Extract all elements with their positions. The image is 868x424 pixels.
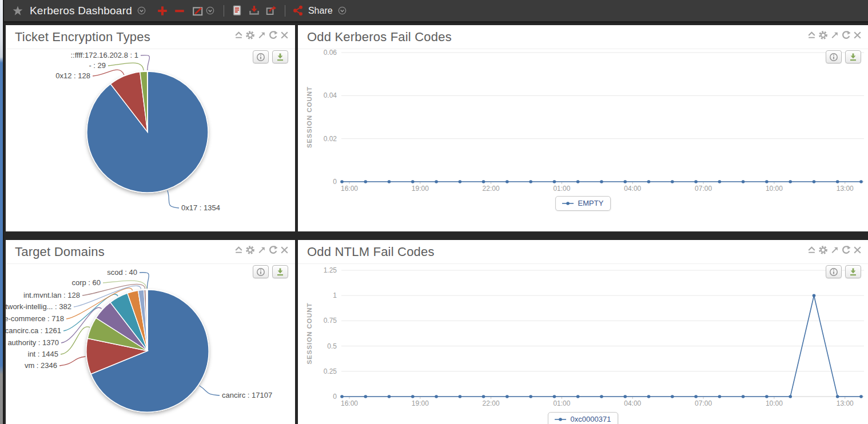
data-point[interactable] bbox=[576, 180, 580, 183]
dashboard-title[interactable]: Kerberos Dashboard bbox=[30, 5, 132, 17]
data-point[interactable] bbox=[836, 180, 839, 183]
data-point[interactable] bbox=[364, 180, 368, 183]
data-point[interactable] bbox=[624, 180, 627, 183]
data-point[interactable] bbox=[505, 395, 509, 398]
share-button[interactable]: Share bbox=[292, 5, 349, 17]
data-point[interactable] bbox=[576, 395, 580, 398]
download-button[interactable] bbox=[845, 50, 861, 63]
dashlet-header[interactable]: Ticket Encryption Types bbox=[6, 25, 295, 49]
data-point[interactable] bbox=[742, 180, 745, 183]
info-button[interactable] bbox=[826, 265, 842, 278]
ntlm-fail-line-chart[interactable]: 00.250.50.7511.25SESSION COUNT16:0019:00… bbox=[298, 240, 868, 424]
data-point[interactable] bbox=[435, 395, 438, 398]
expand-icon[interactable] bbox=[257, 30, 266, 40]
data-point[interactable] bbox=[459, 180, 462, 183]
data-point[interactable] bbox=[671, 395, 674, 398]
data-point[interactable] bbox=[718, 180, 722, 183]
data-point[interactable] bbox=[836, 395, 839, 398]
data-point[interactable] bbox=[694, 395, 698, 398]
data-point[interactable] bbox=[718, 395, 722, 398]
collapse-icon[interactable] bbox=[234, 245, 244, 255]
y-axis-title: SESSION COUNT bbox=[306, 86, 313, 148]
data-point[interactable] bbox=[340, 395, 344, 398]
pie-slice-label: 0x17 : 1354 bbox=[181, 203, 220, 212]
data-point[interactable] bbox=[765, 180, 769, 183]
share-menu-chevron-icon[interactable] bbox=[336, 5, 349, 17]
close-icon[interactable] bbox=[280, 245, 289, 255]
data-point[interactable] bbox=[765, 395, 769, 398]
window-edge-scrollbar[interactable] bbox=[0, 0, 4, 424]
data-point[interactable] bbox=[671, 180, 674, 183]
refresh-icon[interactable] bbox=[268, 245, 278, 255]
dashboard-menu-chevron-icon[interactable] bbox=[136, 5, 148, 17]
data-point[interactable] bbox=[553, 395, 556, 398]
y-tick-label: 0.02 bbox=[324, 135, 337, 143]
data-point[interactable] bbox=[435, 180, 438, 183]
download-button[interactable] bbox=[845, 265, 861, 278]
data-point[interactable] bbox=[459, 395, 462, 398]
data-point[interactable] bbox=[505, 180, 509, 183]
data-point[interactable] bbox=[789, 395, 792, 398]
remove-dashlet-minus-icon[interactable] bbox=[173, 5, 186, 17]
x-tick-label: 10:00 bbox=[766, 185, 783, 193]
edit-menu-chevron-icon[interactable] bbox=[204, 5, 217, 17]
data-point[interactable] bbox=[647, 395, 651, 398]
legend-line-marker-icon bbox=[554, 417, 567, 422]
download-button[interactable] bbox=[272, 50, 288, 63]
add-dashlet-plus-icon[interactable] bbox=[156, 5, 169, 17]
settings-gear-icon[interactable] bbox=[245, 30, 255, 40]
data-point[interactable] bbox=[529, 395, 532, 398]
data-point[interactable] bbox=[813, 294, 816, 297]
pie-label-leader-line bbox=[141, 55, 150, 70]
pie-slice-label: corp : 60 bbox=[71, 278, 101, 287]
x-tick-label: 07:00 bbox=[695, 399, 712, 407]
refresh-icon[interactable] bbox=[268, 30, 278, 40]
data-point[interactable] bbox=[859, 395, 863, 398]
ticket-encryption-pie-chart[interactable] bbox=[6, 49, 295, 231]
data-point[interactable] bbox=[482, 395, 485, 398]
toolbar-separator bbox=[285, 5, 285, 17]
x-tick-label: 19:00 bbox=[412, 185, 429, 193]
data-point[interactable] bbox=[600, 395, 603, 398]
info-button[interactable] bbox=[253, 265, 269, 278]
export-share-arrow-icon[interactable] bbox=[265, 5, 278, 17]
share-nodes-icon bbox=[292, 5, 305, 17]
data-point[interactable] bbox=[482, 180, 485, 183]
data-point[interactable] bbox=[624, 395, 627, 398]
expand-icon[interactable] bbox=[257, 245, 266, 255]
import-download-icon[interactable] bbox=[248, 5, 261, 17]
download-button[interactable] bbox=[272, 265, 288, 278]
data-point[interactable] bbox=[411, 180, 415, 183]
x-tick-label: 13:00 bbox=[837, 399, 854, 407]
report-icon[interactable] bbox=[231, 5, 244, 17]
data-point[interactable] bbox=[388, 395, 391, 398]
chart-legend[interactable]: 0xc0000371 bbox=[548, 412, 619, 424]
pie-label-leader-line bbox=[108, 63, 144, 70]
data-point[interactable] bbox=[411, 395, 415, 398]
dashlet-header[interactable]: Target Domains bbox=[6, 240, 295, 264]
favorite-star-icon[interactable] bbox=[11, 5, 24, 17]
info-button[interactable] bbox=[826, 50, 842, 63]
edit-dashboard-icon[interactable] bbox=[192, 5, 204, 17]
data-point[interactable] bbox=[694, 180, 698, 183]
y-tick-label: 0.06 bbox=[324, 49, 337, 57]
data-point[interactable] bbox=[340, 180, 344, 183]
close-icon[interactable] bbox=[280, 30, 289, 40]
info-button[interactable] bbox=[253, 50, 269, 63]
data-point[interactable] bbox=[529, 180, 532, 183]
x-tick-label: 04:00 bbox=[624, 185, 641, 193]
collapse-icon[interactable] bbox=[234, 30, 244, 40]
data-point[interactable] bbox=[859, 180, 863, 183]
data-point[interactable] bbox=[647, 180, 651, 183]
data-point[interactable] bbox=[813, 180, 816, 183]
legend-line-marker-icon bbox=[562, 201, 574, 206]
settings-gear-icon[interactable] bbox=[245, 245, 255, 255]
data-point[interactable] bbox=[600, 180, 603, 183]
chart-legend[interactable]: EMPTY bbox=[555, 196, 611, 211]
pie-slice-label: e-commerce : 718 bbox=[6, 314, 64, 323]
data-point[interactable] bbox=[553, 180, 556, 183]
data-point[interactable] bbox=[388, 180, 391, 183]
data-point[interactable] bbox=[742, 395, 745, 398]
data-point[interactable] bbox=[364, 395, 368, 398]
data-point[interactable] bbox=[789, 180, 792, 183]
